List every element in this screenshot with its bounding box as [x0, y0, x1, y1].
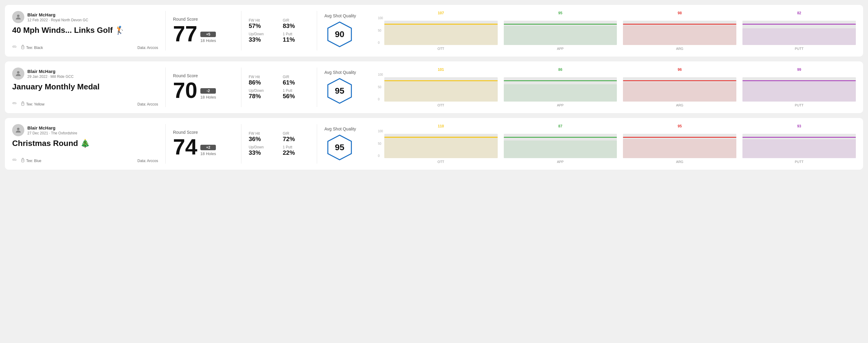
user-name-2: Blair McHarg	[27, 69, 73, 74]
chart-bar-arg: 95 ARG	[623, 124, 736, 164]
tee-info-1: Tee: Black	[21, 45, 43, 51]
stat-oneputt-2: 1 Putt 56%	[283, 89, 310, 100]
avatar-2	[12, 67, 24, 80]
card-left-3: Blair McHarg 27 Dec 2021 · The Oxfordshi…	[12, 124, 158, 164]
stat-gir-1: GIR 83%	[283, 18, 310, 30]
round-title-3: Christmas Round 🎄	[12, 139, 158, 148]
divider-left-3	[165, 124, 166, 164]
quality-score-1: 90	[335, 30, 344, 39]
quality-score-3: 95	[335, 143, 344, 152]
score-section-3: Round Score 74 +2 18 Holes	[173, 124, 234, 164]
score-section-2: Round Score 70 -2 18 Holes	[173, 67, 234, 107]
tee-label-3: Tee: Blue	[26, 159, 41, 163]
chart-section-2: 100 50 0 101 OTT 86	[373, 67, 856, 107]
chart-bar-ott: 110 OTT	[384, 124, 498, 164]
date-course-2: 29 Jan 2022 · Mill Ride GCC	[27, 74, 73, 79]
score-holes-1: 18 Holes	[200, 38, 216, 43]
round-title-2: January Monthly Medal	[12, 82, 158, 92]
stats-grid-2: FW Hit 86% GIR 61% Up/Down 78% 1 Putt 56…	[249, 75, 310, 100]
avatar-1	[12, 11, 24, 23]
score-label-1: Round Score	[173, 17, 234, 22]
quality-label-3: Avg Shot Quality	[324, 126, 356, 131]
data-source-2: Data: Arccos	[137, 102, 158, 106]
divider-left-1	[165, 11, 166, 51]
round-card-2: Blair McHarg 29 Jan 2022 · Mill Ride GCC…	[5, 61, 863, 113]
user-name-3: Blair McHarg	[27, 125, 77, 130]
chart-bar-arg: 96 ARG	[623, 67, 736, 107]
quality-label-1: Avg Shot Quality	[324, 13, 356, 18]
stat-fwhit-3: FW Hit 36%	[249, 131, 275, 143]
round-title-1: 40 Mph Winds... Links Golf 🏌️	[12, 26, 158, 35]
score-row-2: 70 -2 18 Holes	[173, 80, 234, 101]
svg-point-8	[17, 128, 20, 130]
quality-score-2: 95	[335, 86, 344, 96]
hexagon-container-2: 95	[324, 77, 355, 104]
user-info-1: Blair McHarg 12 Feb 2022 · Royal North D…	[12, 11, 158, 23]
divider-right-2	[317, 67, 317, 107]
quality-section-1: Avg Shot Quality 90	[324, 11, 373, 51]
score-value-2: 70	[173, 80, 197, 101]
chart-bar-app: 86 APP	[504, 67, 617, 107]
hexagon-container-1: 90	[324, 21, 355, 48]
stat-gir-2: GIR 61%	[283, 75, 310, 86]
stat-updown-2: Up/Down 78%	[249, 89, 275, 100]
score-badge-2: -2	[200, 88, 216, 94]
stat-oneputt-1: 1 Putt 11%	[283, 32, 310, 43]
score-value-1: 77	[173, 23, 197, 45]
stats-section-3: FW Hit 36% GIR 72% Up/Down 33% 1 Putt 22…	[249, 124, 310, 164]
user-name-1: Blair McHarg	[27, 12, 88, 17]
chart-bar-arg: 98 ARG	[623, 11, 736, 51]
card-footer-3: Tee: Blue Data: Arccos	[12, 158, 158, 164]
card-footer-2: Tee: Yellow Data: Arccos	[12, 101, 158, 107]
stats-grid-3: FW Hit 36% GIR 72% Up/Down 33% 1 Putt 22…	[249, 131, 310, 156]
cloud-icon-2	[12, 102, 17, 106]
user-info-3: Blair McHarg 27 Dec 2021 · The Oxfordshi…	[12, 124, 158, 136]
golf-bag-icon-3	[21, 158, 25, 164]
chart-bar-putt: 99 PUTT	[742, 67, 856, 107]
round-card-3: Blair McHarg 27 Dec 2021 · The Oxfordshi…	[5, 118, 863, 170]
quality-section-3: Avg Shot Quality 95	[324, 124, 373, 164]
card-left-2: Blair McHarg 29 Jan 2022 · Mill Ride GCC…	[12, 67, 158, 107]
stat-oneputt-3: 1 Putt 22%	[283, 145, 310, 156]
svg-rect-1	[22, 46, 24, 49]
score-label-3: Round Score	[173, 130, 234, 135]
score-holes-2: 18 Holes	[200, 95, 216, 99]
svg-point-4	[17, 71, 20, 73]
chart-bar-app: 95 APP	[504, 11, 617, 51]
chart-bar-ott: 107 OTT	[384, 11, 498, 51]
stat-fwhit-2: FW Hit 86%	[249, 75, 275, 86]
tee-info-3: Tee: Blue	[21, 158, 41, 164]
cloud-icon-1	[12, 45, 17, 50]
quality-label-2: Avg Shot Quality	[324, 70, 356, 75]
card-left-1: Blair McHarg 12 Feb 2022 · Royal North D…	[12, 11, 158, 51]
stats-section-2: FW Hit 86% GIR 61% Up/Down 78% 1 Putt 56…	[249, 67, 310, 107]
stat-gir-3: GIR 72%	[283, 131, 310, 143]
user-info-2: Blair McHarg 29 Jan 2022 · Mill Ride GCC	[12, 67, 158, 80]
svg-point-0	[17, 14, 20, 17]
score-label-2: Round Score	[173, 73, 234, 78]
stat-updown-3: Up/Down 33%	[249, 145, 275, 156]
tee-label-1: Tee: Black	[26, 45, 43, 50]
stat-fwhit-1: FW Hit 57%	[249, 18, 275, 30]
score-section-1: Round Score 77 +5 18 Holes	[173, 11, 234, 51]
tee-label-2: Tee: Yellow	[26, 102, 44, 106]
data-source-1: Data: Arccos	[137, 45, 158, 50]
score-value-3: 74	[173, 136, 197, 158]
divider-left-2	[165, 67, 166, 107]
divider-right-3	[317, 124, 317, 164]
divider-right-1	[317, 11, 317, 51]
score-row-3: 74 +2 18 Holes	[173, 136, 234, 158]
chart-bar-ott: 101 OTT	[384, 67, 498, 107]
stat-updown-1: Up/Down 33%	[249, 32, 275, 43]
score-badge-1: +5	[200, 32, 216, 37]
avatar-3	[12, 124, 24, 136]
round-card-1: Blair McHarg 12 Feb 2022 · Royal North D…	[5, 5, 863, 57]
quality-section-2: Avg Shot Quality 95	[324, 67, 373, 107]
score-holes-3: 18 Holes	[200, 151, 216, 156]
golf-bag-icon-2	[21, 101, 25, 107]
data-source-3: Data: Arccos	[137, 159, 158, 163]
stats-section-1: FW Hit 57% GIR 83% Up/Down 33% 1 Putt 11…	[249, 11, 310, 51]
golf-bag-icon-1	[21, 45, 25, 51]
chart-section-3: 100 50 0 110 OTT 87	[373, 124, 856, 164]
hexagon-container-3: 95	[324, 134, 355, 161]
